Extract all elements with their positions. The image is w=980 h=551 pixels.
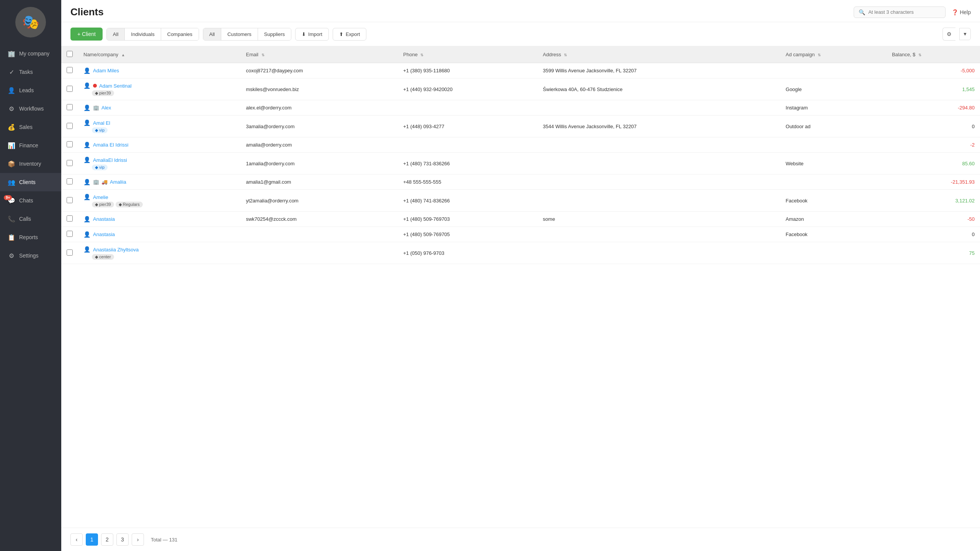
- row-checkbox-5[interactable]: [67, 160, 73, 166]
- sidebar-item-clients[interactable]: 👥 Clients: [0, 173, 61, 191]
- sidebar-item-reports[interactable]: 📋 Reports: [0, 228, 61, 246]
- tag-vip-3: ◆ vip: [92, 127, 108, 133]
- row-checkbox-7[interactable]: [67, 197, 73, 203]
- row-checkbox-2[interactable]: [67, 104, 73, 110]
- sidebar-item-chats[interactable]: 9+💬 Chats: [0, 191, 61, 210]
- balance-cell-9: 0: [887, 227, 980, 242]
- truck-icon-6: 🚚: [101, 179, 108, 185]
- balance-cell-7: 3,121.02: [887, 190, 980, 212]
- email-cell-3: 3amalia@orderry.com: [240, 116, 398, 137]
- sidebar-item-calls[interactable]: 📞 Calls: [0, 210, 61, 228]
- balance-value-3: 0: [972, 124, 975, 129]
- settings-icon: ⚙: [8, 252, 15, 259]
- row-checkbox-9[interactable]: [67, 231, 73, 237]
- page-3-button[interactable]: 3: [116, 533, 129, 546]
- col-balance[interactable]: Balance, $ ⇅: [887, 46, 980, 63]
- row-checkbox-10[interactable]: [67, 249, 73, 256]
- sort-email-icon: ⇅: [261, 53, 265, 57]
- client-name-9[interactable]: Anastasia: [93, 231, 115, 237]
- row-checkbox-6[interactable]: [67, 178, 73, 184]
- sidebar-item-leads[interactable]: 👤 Leads: [0, 81, 61, 99]
- row-checkbox-4[interactable]: [67, 141, 73, 147]
- search-input[interactable]: [868, 9, 941, 15]
- filter-suppliers-btn[interactable]: Suppliers: [258, 28, 291, 40]
- col-email[interactable]: Email ⇅: [240, 46, 398, 63]
- sidebar-item-sales[interactable]: 💰 Sales: [0, 118, 61, 136]
- sort-ad-icon: ⇅: [818, 53, 821, 57]
- filter-individuals-btn[interactable]: Individuals: [125, 28, 161, 40]
- filter-all-btn[interactable]: All: [107, 28, 125, 40]
- address-cell-6: [537, 174, 780, 190]
- person-icon-5: 👤: [83, 156, 91, 163]
- column-settings-chevron[interactable]: ▼: [959, 28, 971, 40]
- address-cell-8: some: [537, 212, 780, 227]
- column-settings-button[interactable]: ⚙: [942, 28, 956, 41]
- ad-campaign-cell-10: [780, 242, 887, 264]
- col-phone[interactable]: Phone ⇅: [398, 46, 537, 63]
- filter-companies-btn[interactable]: Companies: [161, 28, 199, 40]
- import-button[interactable]: ⬇ Import: [295, 28, 329, 41]
- address-cell-0: 3599 Willis Avenue Jacksonville, FL 3220…: [537, 63, 780, 78]
- row-checkbox-8[interactable]: [67, 215, 73, 222]
- tasks-icon: ✓: [8, 68, 15, 76]
- row-checkbox-3[interactable]: [67, 123, 73, 129]
- phone-cell-6: +48 555-555-555: [398, 174, 537, 190]
- col-ad-campaign[interactable]: Ad campaign ⇅: [780, 46, 887, 63]
- client-name-2[interactable]: Alex: [101, 105, 111, 111]
- main-content: Clients 🔍 ❓ Help + Client All Individual…: [61, 0, 980, 551]
- col-name[interactable]: Name/company ▲: [78, 46, 240, 63]
- export-button[interactable]: ⬆ Export: [333, 28, 367, 41]
- ad-campaign-cell-7: Facebook: [780, 190, 887, 212]
- filter-customers-btn[interactable]: Customers: [221, 28, 258, 40]
- email-cell-8: swk70254@zccck.com: [240, 212, 398, 227]
- tag-pier39-1: ◆ pier39: [92, 90, 114, 96]
- client-name-4[interactable]: Amalia El Idrissi: [93, 142, 128, 148]
- sidebar-item-tasks[interactable]: ✓ Tasks: [0, 63, 61, 81]
- search-box: 🔍: [854, 7, 946, 18]
- add-client-button[interactable]: + Client: [70, 28, 103, 41]
- row-checkbox-0[interactable]: [67, 67, 73, 73]
- ad-campaign-cell-6: [780, 174, 887, 190]
- sidebar-item-settings[interactable]: ⚙ Settings: [0, 246, 61, 265]
- client-name-7[interactable]: Amelie: [93, 194, 108, 200]
- chats-badge: 9+: [4, 195, 12, 200]
- client-name-3[interactable]: Amal El: [93, 120, 110, 126]
- sidebar-item-finance[interactable]: 📊 Finance: [0, 136, 61, 155]
- row-checkbox-1[interactable]: [67, 86, 73, 92]
- client-name-1[interactable]: Adam Sentinal: [99, 83, 132, 89]
- page-2-button[interactable]: 2: [101, 533, 113, 546]
- email-cell-4: amalia@orderry.com: [240, 137, 398, 153]
- name-row-7: 👤Amelie: [83, 194, 235, 201]
- table-row: 👤Amal El◆ vip3amalia@orderry.com+1 (448)…: [61, 116, 980, 137]
- sidebar-item-my-company[interactable]: 🏢 My company: [0, 44, 61, 63]
- client-name-5[interactable]: AmaliaEl Idrissi: [93, 157, 127, 163]
- ad-campaign-cell-9: Facebook: [780, 227, 887, 242]
- sidebar-label-settings: Settings: [19, 253, 39, 259]
- select-all-checkbox[interactable]: [67, 51, 73, 57]
- page-1-button[interactable]: 1: [86, 533, 98, 546]
- leads-icon: 👤: [8, 86, 15, 94]
- workflows-icon: ⚙: [8, 105, 15, 112]
- phone-cell-0: +1 (380) 935-118680: [398, 63, 537, 78]
- sidebar-item-workflows[interactable]: ⚙ Workflows: [0, 99, 61, 118]
- client-name-6[interactable]: Amaliia: [110, 179, 126, 185]
- phone-cell-3: +1 (448) 093-4277: [398, 116, 537, 137]
- balance-value-10: 75: [969, 250, 975, 256]
- col-address[interactable]: Address ⇅: [537, 46, 780, 63]
- client-name-8[interactable]: Anastasia: [93, 216, 115, 222]
- filter-all-role-btn[interactable]: All: [203, 28, 221, 40]
- prev-page-button[interactable]: ‹: [70, 533, 83, 546]
- next-page-button[interactable]: ›: [132, 533, 144, 546]
- sidebar-label-my-company: My company: [19, 51, 49, 57]
- calls-icon: 📞: [8, 215, 15, 223]
- phone-cell-5: +1 (480) 731-836266: [398, 153, 537, 174]
- import-label: Import: [308, 31, 322, 37]
- help-button[interactable]: ❓ Help: [952, 9, 971, 15]
- person-icon-3: 👤: [83, 119, 91, 126]
- help-icon: ❓: [952, 9, 958, 15]
- ad-campaign-cell-5: Website: [780, 153, 887, 174]
- client-name-10[interactable]: Anastasiia Zhyltsova: [93, 247, 139, 253]
- sidebar-item-inventory[interactable]: 📦 Inventory: [0, 155, 61, 173]
- client-name-0[interactable]: Adam Miles: [93, 68, 119, 73]
- name-row-6: 👤🏢🚚Amaliia: [83, 179, 235, 186]
